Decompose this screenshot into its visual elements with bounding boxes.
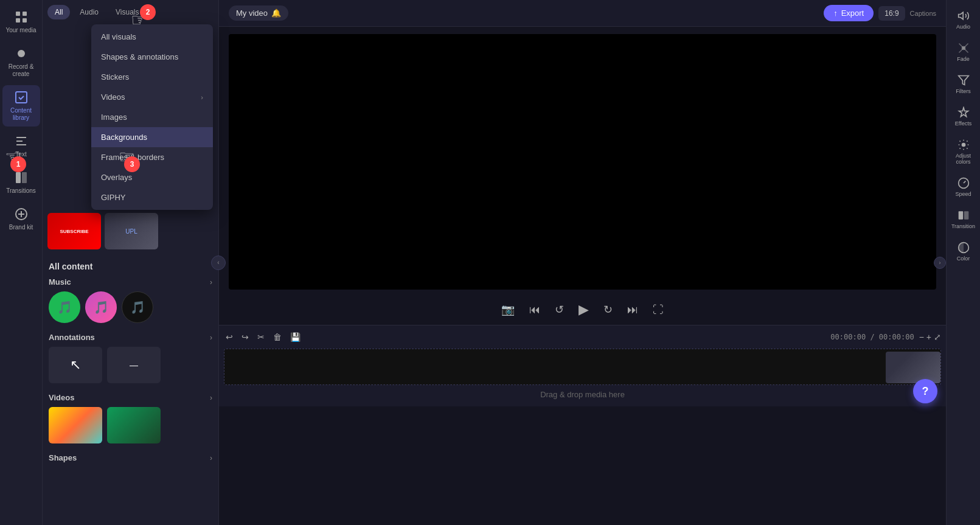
zoom-in-btn[interactable]: + (926, 332, 931, 342)
time-display: 00:00:00 / 00:00:00 (830, 333, 914, 341)
dropdown-backgrounds[interactable]: Backgrounds (91, 127, 213, 147)
music-icon-purple[interactable]: 🎵 (85, 291, 117, 323)
music-section-header: Music › (49, 277, 212, 287)
sidebar-item-brand-kit[interactable]: Brand kit (2, 202, 40, 236)
zoom-out-btn[interactable]: − (919, 332, 924, 342)
skip-back-btn[interactable]: ⏮ (527, 301, 543, 319)
right-panel-collapse[interactable]: › (934, 257, 946, 269)
music-icon-green[interactable]: 🎵 (49, 291, 80, 323)
video-thumb-2[interactable] (107, 407, 161, 443)
dropdown-shapes[interactable]: Shapes & annotations (91, 47, 213, 67)
svg-rect-2 (16, 18, 20, 23)
right-transition-icon[interactable]: Transition (948, 204, 979, 234)
thumb-overlay[interactable]: UPL (105, 213, 158, 249)
redo-btn[interactable]: ↪ (240, 330, 251, 344)
dropdown-giphy[interactable]: GIPHY (91, 187, 213, 207)
right-filters-icon[interactable]: Filters (948, 69, 979, 99)
dropdown-videos[interactable]: Videos › (91, 87, 213, 107)
top-bar: My video 🔔 ↑ Export 16:9 Captions (219, 0, 946, 27)
music-title: Music (49, 277, 71, 287)
skip-forward-btn[interactable]: ⏭ (625, 301, 641, 319)
tab-all[interactable]: All (47, 5, 70, 19)
content-label: All content (49, 262, 212, 271)
svg-rect-5 (16, 92, 27, 103)
svg-rect-6 (16, 172, 21, 183)
svg-rect-1 (23, 12, 27, 16)
timeline-track (224, 349, 941, 385)
annotations-section-header: Annotations › (49, 333, 212, 342)
sidebar-item-transitions[interactable]: Transitions (2, 165, 40, 200)
svg-point-10 (961, 143, 965, 147)
tab-audio[interactable]: Audio (72, 5, 106, 19)
dropdown-frames[interactable]: Frames & borders (91, 147, 213, 167)
video-preview (229, 34, 936, 290)
annotation-thumbs: ↖ — (49, 347, 212, 383)
help-button[interactable]: ? (913, 379, 937, 403)
delete-btn[interactable]: 🗑 (271, 330, 283, 344)
svg-point-4 (18, 50, 25, 57)
annotations-title: Annotations (49, 333, 95, 342)
right-effects-icon[interactable]: Effects (948, 102, 979, 131)
dropdown-stickers[interactable]: Stickers (91, 67, 213, 87)
ratio-button[interactable]: 16:9 (878, 6, 905, 21)
annotations-arrow[interactable]: › (210, 333, 212, 342)
annotation-thumb-arrow[interactable]: ↖ (49, 347, 102, 383)
videos-arrow[interactable]: › (210, 394, 212, 402)
save-btn[interactable]: 💾 (288, 330, 302, 344)
play-btn[interactable]: ▶ (576, 299, 591, 320)
svg-rect-12 (958, 211, 963, 219)
panel-collapse-button[interactable]: ‹ (211, 256, 226, 270)
playback-controls: 📷 ⏮ ↺ ▶ ↻ ⏭ ⛶ (219, 294, 946, 325)
svg-rect-0 (16, 12, 20, 16)
videos-section-header: Videos › (49, 393, 212, 402)
sidebar-item-content-library[interactable]: Content library (2, 85, 40, 127)
dropdown-overlays[interactable]: Overlays (91, 167, 213, 187)
forward-btn[interactable]: ↻ (601, 301, 615, 319)
dropdown-images[interactable]: Images (91, 107, 213, 127)
all-content-section: All content Music › 🎵 🎵 🎵 Annotations › … (43, 254, 218, 525)
sidebar-item-text[interactable]: Text (2, 129, 40, 163)
center-area: My video 🔔 ↑ Export 16:9 Captions 📷 ⏮ ↺ … (219, 0, 946, 525)
svg-rect-13 (964, 211, 968, 219)
shapes-arrow[interactable]: › (210, 454, 212, 462)
svg-rect-3 (23, 18, 27, 23)
sidebar-item-your-media[interactable]: Your media (2, 5, 40, 39)
music-icons: 🎵 🎵 🎵 (49, 291, 212, 323)
captions-label: Captions (910, 10, 936, 17)
rewind-btn[interactable]: ↺ (552, 301, 566, 319)
video-thumb-1[interactable] (49, 407, 102, 443)
cut-btn[interactable]: ✂ (255, 330, 266, 344)
camera-btn[interactable]: 📷 (499, 301, 517, 319)
fullscreen-btn[interactable]: ⛶ (650, 301, 666, 319)
right-sidebar: › Audio Fade Filters Effects Adjust colo… (946, 0, 980, 525)
export-button[interactable]: ↑ Export (824, 5, 874, 21)
my-video-tab[interactable]: My video 🔔 (229, 5, 288, 21)
undo-btn[interactable]: ↩ (224, 330, 235, 344)
music-icon-dark[interactable]: 🎵 (122, 291, 153, 323)
timeline-toolbar: ↩ ↪ ✂ 🗑 💾 00:00:00 / 00:00:00 − + ⤢ (224, 330, 941, 344)
zoom-fit-btn[interactable]: ⤢ (934, 332, 941, 342)
right-audio-icon[interactable]: Audio (948, 5, 979, 35)
panel-tabs: All Audio Visuals ▾ (43, 0, 218, 19)
right-adjust-icon[interactable]: Adjust colors (948, 134, 979, 170)
main-container: All Audio Visuals ▾ All visuals Shapes &… (43, 0, 980, 525)
dropdown-all-visuals[interactable]: All visuals (91, 27, 213, 47)
sidebar-item-record[interactable]: Record & create (2, 41, 40, 83)
svg-rect-7 (22, 172, 27, 183)
music-arrow[interactable]: › (210, 278, 212, 287)
video-thumbs (49, 407, 212, 443)
right-speed-icon[interactable]: Speed (948, 172, 979, 202)
annotation-thumb-line[interactable]: — (107, 347, 161, 383)
tab-visuals[interactable]: Visuals ▾ (108, 5, 151, 19)
left-sidebar: Your media Record & create Content libra… (0, 0, 43, 525)
right-color-icon[interactable]: Color (948, 237, 979, 266)
right-fade-icon[interactable]: Fade (948, 37, 979, 67)
panel-thumbnails: SUBSCRIBE UPL (43, 208, 218, 254)
timeline-clip[interactable] (886, 352, 940, 383)
left-panel: All Audio Visuals ▾ All visuals Shapes &… (43, 0, 219, 525)
videos-title: Videos (49, 393, 74, 402)
timeline-area: ↩ ↪ ✂ 🗑 💾 00:00:00 / 00:00:00 − + ⤢ (219, 325, 946, 406)
zoom-controls: − + ⤢ (919, 332, 941, 342)
thumb-subscribe[interactable]: SUBSCRIBE (47, 213, 101, 249)
shapes-section-header: Shapes › (49, 453, 212, 462)
